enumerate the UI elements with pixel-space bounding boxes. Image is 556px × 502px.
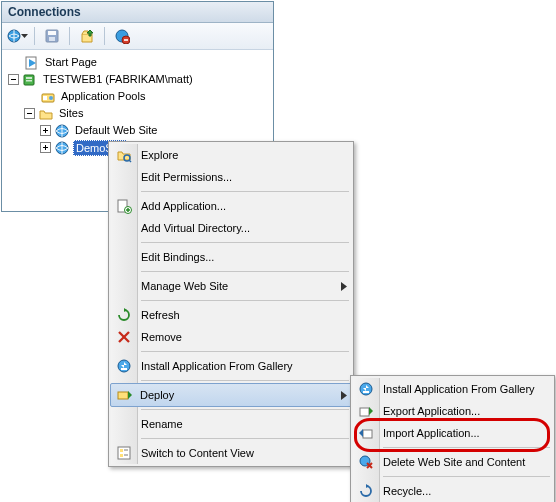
start-page-icon [24, 55, 40, 71]
svg-rect-39 [121, 368, 127, 370]
gallery-icon [358, 381, 374, 397]
svg-rect-40 [118, 392, 128, 399]
context-menu: Explore Edit Permissions... Add Applicat… [108, 141, 354, 467]
menu-separator [141, 351, 349, 352]
menu-separator [141, 242, 349, 243]
menu-label: Add Application... [141, 200, 333, 212]
folder-icon [38, 106, 54, 122]
menu-separator [141, 438, 349, 439]
menu-item-rename[interactable]: Rename [111, 413, 351, 435]
menu-separator [141, 409, 349, 410]
tree-label: Default Web Site [73, 123, 159, 138]
tree-label: Sites [57, 106, 85, 121]
svg-marker-41 [128, 391, 132, 399]
menu-separator [383, 476, 550, 477]
menu-label: Refresh [141, 309, 333, 321]
menu-item-refresh[interactable]: Refresh [111, 304, 351, 326]
menu-item-remove[interactable]: Remove [111, 326, 351, 348]
svg-rect-50 [363, 391, 369, 393]
add-application-icon [116, 198, 132, 214]
menu-separator [141, 271, 349, 272]
svg-rect-8 [124, 39, 128, 41]
submenu-item-export-application[interactable]: Export Application... [353, 400, 552, 422]
menu-item-switch-content-view[interactable]: Switch to Content View [111, 442, 351, 464]
menu-separator [383, 447, 550, 448]
svg-rect-43 [118, 447, 130, 459]
menu-label: Install Application From Gallery [141, 360, 333, 372]
menu-separator [141, 300, 349, 301]
menu-label: Rename [141, 418, 333, 430]
svg-marker-42 [341, 391, 347, 400]
menu-label: Import Application... [383, 427, 534, 439]
menu-item-add-virtual-directory[interactable]: Add Virtual Directory... [111, 217, 351, 239]
menu-item-deploy[interactable]: Deploy [110, 383, 352, 407]
menu-label: Switch to Content View [141, 447, 333, 459]
refresh-icon [116, 307, 132, 323]
toolbar-separator [34, 27, 35, 45]
submenu-item-install-gallery[interactable]: Install Application From Gallery [353, 378, 552, 400]
deploy-submenu: Install Application From Gallery Export … [350, 375, 555, 502]
toolbar-separator [104, 27, 105, 45]
svg-rect-45 [120, 454, 123, 457]
submenu-item-delete-site-content[interactable]: Delete Web Site and Content [353, 451, 552, 473]
menu-label: Explore [141, 149, 333, 161]
submenu-arrow-icon [341, 282, 347, 291]
recycle-icon [358, 483, 374, 499]
up-button[interactable] [76, 25, 98, 47]
submenu-item-import-application[interactable]: Import Application... [353, 422, 552, 444]
menu-separator [141, 380, 349, 381]
menu-item-edit-bindings[interactable]: Edit Bindings... [111, 246, 351, 268]
gallery-icon [116, 358, 132, 374]
svg-rect-53 [363, 430, 372, 438]
menu-label: Install Application From Gallery [383, 383, 535, 395]
collapse-icon[interactable] [24, 108, 35, 119]
menu-label: Recycle... [383, 485, 534, 497]
svg-rect-5 [49, 37, 55, 41]
svg-point-17 [49, 96, 53, 100]
menu-item-explore[interactable]: Explore [111, 144, 351, 166]
menu-label: Edit Permissions... [141, 171, 333, 183]
app-pools-icon [40, 89, 56, 105]
globe-icon [54, 123, 70, 139]
menu-label: Manage Web Site [141, 280, 333, 292]
stop-server-button[interactable] [111, 25, 133, 47]
tree-item-sites[interactable]: Sites [8, 105, 273, 122]
connect-button[interactable] [6, 25, 28, 47]
save-button[interactable] [41, 25, 63, 47]
tree-label: TESTWEB1 (FABRIKAM\matt) [41, 72, 195, 87]
export-icon [358, 403, 374, 419]
menu-label: Add Virtual Directory... [141, 222, 333, 234]
dropdown-arrow-icon [21, 34, 28, 38]
import-icon [358, 425, 374, 441]
menu-label: Remove [141, 331, 333, 343]
tree-item-server[interactable]: TESTWEB1 (FABRIKAM\matt) [8, 71, 273, 88]
menu-item-edit-permissions[interactable]: Edit Permissions... [111, 166, 351, 188]
menu-item-add-application[interactable]: Add Application... [111, 195, 351, 217]
collapse-icon[interactable] [8, 74, 19, 85]
explore-icon [116, 147, 132, 163]
svg-marker-33 [341, 282, 347, 291]
remove-icon [116, 329, 132, 345]
tree-item-start-page[interactable]: Start Page [8, 54, 273, 71]
deploy-icon [116, 387, 132, 403]
svg-marker-54 [359, 429, 363, 437]
expand-icon[interactable] [40, 142, 51, 153]
svg-line-28 [129, 160, 131, 162]
svg-rect-14 [26, 80, 32, 82]
toolbar-separator [69, 27, 70, 45]
tree-item-app-pools[interactable]: Application Pools [8, 88, 273, 105]
server-icon [22, 72, 38, 88]
content-view-icon [116, 445, 132, 461]
svg-marker-2 [21, 34, 28, 38]
menu-item-install-from-gallery[interactable]: Install Application From Gallery [111, 355, 351, 377]
expand-icon[interactable] [40, 125, 51, 136]
tree-item-default-site[interactable]: Default Web Site [8, 122, 273, 139]
tree-label: Application Pools [59, 89, 147, 104]
delete-site-icon [358, 454, 374, 470]
submenu-item-recycle[interactable]: Recycle... [353, 480, 552, 502]
submenu-arrow-icon [341, 391, 347, 400]
menu-item-manage-web-site[interactable]: Manage Web Site [111, 275, 351, 297]
svg-rect-51 [360, 408, 369, 416]
menu-label: Delete Web Site and Content [383, 456, 534, 468]
toolbar [2, 23, 273, 50]
